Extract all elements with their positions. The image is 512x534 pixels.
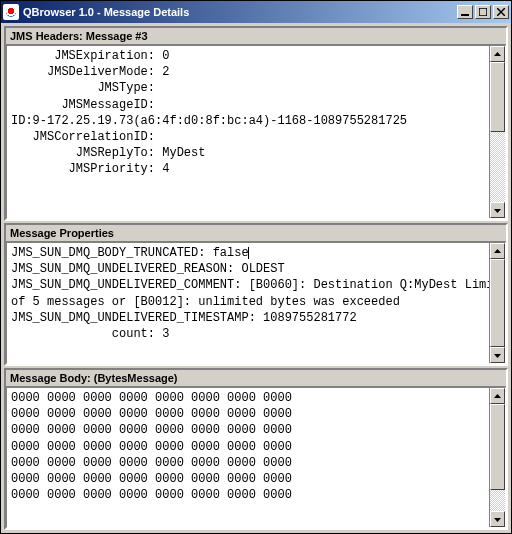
chevron-down-icon (494, 352, 501, 359)
scroll-up-button[interactable] (490, 46, 505, 62)
scroll-down-button[interactable] (490, 347, 505, 363)
message-properties-body: JMS_SUN_DMQ_BODY_TRUNCATED: false JMS_SU… (6, 242, 506, 364)
svg-rect-1 (479, 8, 487, 16)
minimize-icon (461, 8, 469, 16)
jms-headers-panel: JMS Headers: Message #3 JMSExpiration: 0… (4, 26, 508, 221)
chevron-down-icon (494, 516, 501, 523)
text-caret (248, 247, 249, 259)
scroll-thumb[interactable] (490, 259, 505, 347)
message-properties-title: Message Properties (6, 225, 506, 242)
chevron-up-icon (494, 248, 501, 255)
java-icon (3, 4, 19, 20)
minimize-button[interactable] (457, 5, 473, 19)
scroll-down-button[interactable] (490, 202, 505, 218)
close-icon (497, 8, 505, 16)
scroll-up-button[interactable] (490, 243, 505, 259)
scroll-track[interactable] (490, 62, 505, 202)
scroll-thumb[interactable] (490, 62, 505, 132)
chevron-up-icon (494, 51, 501, 58)
scroll-track[interactable] (490, 259, 505, 347)
message-body-title: Message Body: (BytesMessage) (6, 370, 506, 387)
jms-headers-text[interactable]: JMSExpiration: 0 JMSDeliverMode: 2 JMSTy… (7, 46, 489, 218)
window-buttons (457, 5, 509, 19)
scroll-thumb[interactable] (490, 404, 505, 490)
properties-scrollbar[interactable] (489, 243, 505, 363)
message-body-body: 0000 0000 0000 0000 0000 0000 0000 0000 … (6, 387, 506, 528)
message-properties-panel: Message Properties JMS_SUN_DMQ_BODY_TRUN… (4, 223, 508, 366)
scroll-track[interactable] (490, 404, 505, 511)
svg-rect-0 (461, 14, 469, 16)
message-properties-text[interactable]: JMS_SUN_DMQ_BODY_TRUNCATED: false JMS_SU… (7, 243, 489, 363)
jms-headers-body: JMSExpiration: 0 JMSDeliverMode: 2 JMSTy… (6, 45, 506, 219)
jms-headers-title: JMS Headers: Message #3 (6, 28, 506, 45)
scroll-up-button[interactable] (490, 388, 505, 404)
message-body-text[interactable]: 0000 0000 0000 0000 0000 0000 0000 0000 … (7, 388, 489, 527)
maximize-icon (479, 8, 487, 16)
content-area: JMS Headers: Message #3 JMSExpiration: 0… (1, 23, 511, 533)
chevron-up-icon (494, 393, 501, 400)
app-window: QBrowser 1.0 - Message Details JMS Heade… (0, 0, 512, 534)
scroll-down-button[interactable] (490, 511, 505, 527)
message-body-panel: Message Body: (BytesMessage) 0000 0000 0… (4, 368, 508, 530)
headers-scrollbar[interactable] (489, 46, 505, 218)
maximize-button[interactable] (475, 5, 491, 19)
chevron-down-icon (494, 207, 501, 214)
close-button[interactable] (493, 5, 509, 19)
titlebar[interactable]: QBrowser 1.0 - Message Details (1, 1, 511, 23)
window-title: QBrowser 1.0 - Message Details (23, 6, 457, 18)
body-scrollbar[interactable] (489, 388, 505, 527)
